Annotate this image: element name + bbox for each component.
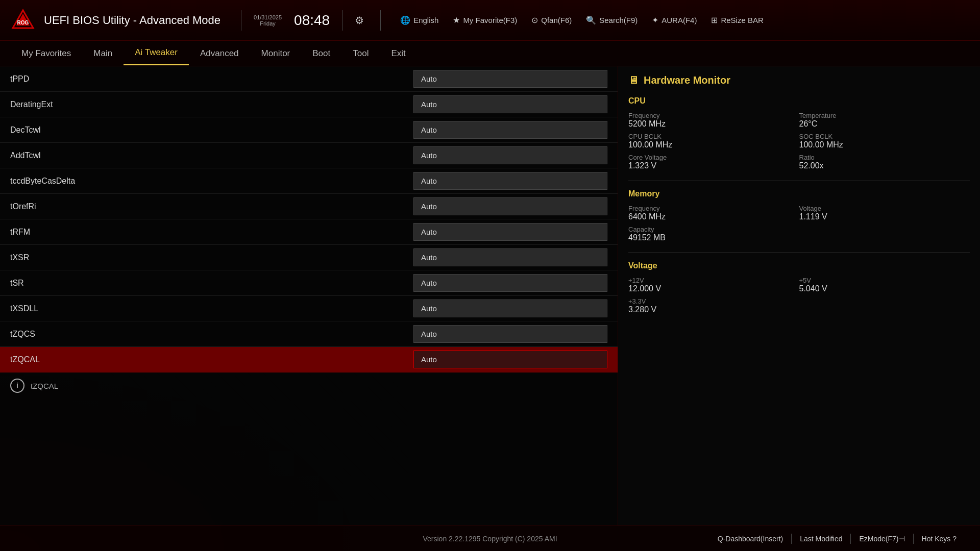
last-modified-button[interactable]: Last Modified	[792, 531, 850, 547]
nav-bar: My Favorites Main Ai Tweaker Advanced Mo…	[0, 41, 980, 66]
nav-advanced[interactable]: Advanced	[189, 42, 250, 65]
bottom-buttons: Q-Dashboard(Insert) Last Modified EzMode…	[709, 531, 965, 547]
ratio-label: Ratio	[799, 154, 970, 161]
info-icon: i	[10, 379, 24, 393]
row-value-tsr[interactable]: Auto	[413, 274, 607, 292]
row-value-trfm[interactable]: Auto	[413, 223, 607, 241]
bottom-bar: Version 2.22.1295 Copyright (C) 2025 AMI…	[0, 525, 980, 551]
stat-item: Frequency 6400 MHz	[628, 205, 799, 221]
stat-item: SOC BCLK 100.00 MHz	[799, 133, 970, 149]
toolbar-search-label: Search(F9)	[599, 16, 638, 24]
v5-label: +5V	[799, 277, 970, 284]
row-value-txsr[interactable]: Auto	[413, 248, 607, 266]
v12-label: +12V	[628, 277, 799, 284]
settings-icon[interactable]: ⚙	[355, 14, 364, 27]
table-row[interactable]: tXSR Auto	[0, 245, 618, 270]
table-row[interactable]: AddTcwl Auto	[0, 143, 618, 168]
cpu-bclk-value: 100.00 MHz	[628, 140, 799, 149]
soc-bclk-label: SOC BCLK	[799, 133, 970, 140]
toolbar-english-label: English	[413, 16, 438, 24]
date: 01/31/2025	[254, 14, 282, 20]
core-volt-value: 1.323 V	[628, 161, 799, 170]
table-row[interactable]: tZQCS Auto	[0, 321, 618, 347]
table-row[interactable]: tccdByteCasDelta Auto	[0, 168, 618, 194]
table-row[interactable]: tPPD Auto	[0, 66, 618, 92]
table-row[interactable]: DeratingExt Auto	[0, 92, 618, 117]
table-row-selected[interactable]: tZQCAL Auto	[0, 347, 618, 372]
globe-icon: 🌐	[400, 15, 410, 25]
memory-section-title: Memory	[628, 189, 970, 198]
toolbar-english[interactable]: 🌐 English	[393, 12, 446, 28]
nav-my-favorites[interactable]: My Favorites	[10, 42, 82, 65]
stat-item: +12V 12.000 V	[628, 277, 799, 293]
row-label-dectcwl: DecTcwl	[10, 126, 413, 135]
content-area: tPPD Auto DeratingExt Auto DecTcwl Auto …	[0, 66, 618, 525]
row-value-txsdll[interactable]: Auto	[413, 299, 607, 317]
toolbar-search[interactable]: 🔍 Search(F9)	[579, 12, 645, 28]
aura-icon: ✦	[652, 15, 658, 25]
row-value-deratingext[interactable]: Auto	[413, 95, 607, 113]
svg-text:ROG: ROG	[17, 20, 29, 26]
mem-freq-value: 6400 MHz	[628, 212, 799, 221]
fan-icon: ⊙	[531, 15, 538, 25]
mem-cap-value: 49152 MB	[628, 233, 799, 242]
v12-value: 12.000 V	[628, 284, 799, 293]
row-value-tzqcal[interactable]: Auto	[413, 350, 607, 368]
table-row[interactable]: tXSDLL Auto	[0, 296, 618, 321]
row-value-tppd[interactable]: Auto	[413, 70, 607, 88]
toolbar-aura-label: AURA(F4)	[662, 16, 697, 24]
monitor-icon: 🖥	[628, 74, 639, 86]
toolbar-resizebar-label: ReSize BAR	[721, 16, 763, 24]
cpu-freq-value: 5200 MHz	[628, 119, 799, 129]
ratio-value: 52.00x	[799, 161, 970, 170]
toolbar: 🌐 English ★ My Favorite(F3) ⊙ Qfan(F6) 🔍…	[393, 12, 970, 28]
table-row[interactable]: tRFM Auto	[0, 219, 618, 245]
top-divider	[241, 10, 241, 31]
hotkeys-button[interactable]: Hot Keys ?	[914, 531, 965, 547]
toolbar-aura[interactable]: ✦ AURA(F4)	[645, 12, 704, 28]
table-row[interactable]: tOrefRi Auto	[0, 194, 618, 219]
row-value-tccdbytecasdelta[interactable]: Auto	[413, 172, 607, 190]
ezmode-button[interactable]: EzMode(F7)⊣	[851, 531, 913, 547]
bar-icon: ⊞	[711, 15, 718, 25]
stat-item: +3.3V 3.280 V	[628, 297, 799, 314]
row-value-addtcwl[interactable]: Auto	[413, 146, 607, 164]
hardware-monitor-sidebar: 🖥 Hardware Monitor CPU Frequency 5200 MH…	[618, 66, 980, 525]
row-value-dectcwl[interactable]: Auto	[413, 121, 607, 139]
qdashboard-button[interactable]: Q-Dashboard(Insert)	[709, 531, 791, 547]
row-label-txsdll: tXSDLL	[10, 304, 413, 313]
cpu-section-title: CPU	[628, 96, 970, 106]
cpu-freq-label: Frequency	[628, 112, 799, 119]
table-row[interactable]: DecTcwl Auto	[0, 117, 618, 143]
stat-item: Ratio 52.00x	[799, 154, 970, 170]
row-label-txsr: tXSR	[10, 253, 413, 262]
main-layout: tPPD Auto DeratingExt Auto DecTcwl Auto …	[0, 66, 980, 525]
row-value-torefri[interactable]: Auto	[413, 197, 607, 215]
cpu-bclk-label: CPU BCLK	[628, 133, 799, 140]
top-bar: ROG UEFI BIOS Utility - Advanced Mode 01…	[0, 0, 980, 41]
nav-ai-tweaker[interactable]: Ai Tweaker	[124, 41, 189, 65]
nav-monitor[interactable]: Monitor	[250, 42, 302, 65]
v33-label: +3.3V	[628, 297, 799, 305]
row-label-tppd: tPPD	[10, 74, 413, 84]
nav-exit[interactable]: Exit	[380, 42, 416, 65]
toolbar-favorites[interactable]: ★ My Favorite(F3)	[446, 12, 524, 28]
cpu-temp-label: Temperature	[799, 112, 970, 119]
nav-boot[interactable]: Boot	[301, 42, 341, 65]
table-row[interactable]: tSR Auto	[0, 270, 618, 296]
nav-tool[interactable]: Tool	[341, 42, 380, 65]
memory-stats: Frequency 6400 MHz Voltage 1.119 V Capac…	[628, 205, 970, 242]
top-divider2	[342, 10, 342, 31]
memory-section: Memory Frequency 6400 MHz Voltage 1.119 …	[628, 189, 970, 242]
toolbar-qfan[interactable]: ⊙ Qfan(F6)	[524, 12, 579, 28]
divider1	[628, 181, 970, 181]
stat-item: Core Voltage 1.323 V	[628, 154, 799, 170]
mem-cap-label: Capacity	[628, 226, 799, 233]
toolbar-resizebar[interactable]: ⊞ ReSize BAR	[704, 12, 770, 28]
asus-logo: ROG	[10, 8, 36, 33]
nav-main[interactable]: Main	[82, 42, 124, 65]
app-title: UEFI BIOS Utility - Advanced Mode	[44, 14, 220, 27]
divider2	[628, 253, 970, 253]
row-label-torefri: tOrefRi	[10, 202, 413, 211]
row-value-tzqcs[interactable]: Auto	[413, 325, 607, 343]
